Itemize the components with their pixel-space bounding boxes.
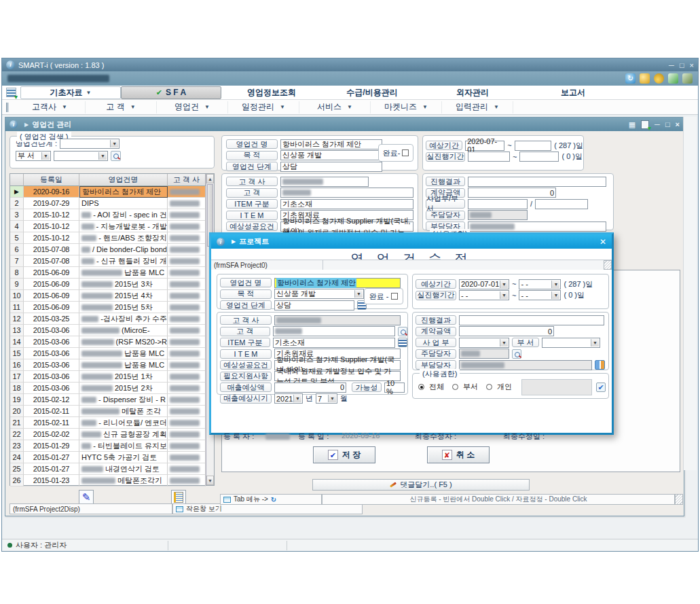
dialog-resize-grip[interactable]	[604, 260, 612, 270]
contact-search-icon[interactable]	[398, 327, 407, 336]
table-row[interactable]: 32015-10-12- AOI 장비 - spec in 건	[10, 209, 206, 221]
table-row[interactable]: 102015-06-092015년 4차	[10, 290, 206, 302]
menu-item-7[interactable]: 입력관리▼	[442, 101, 513, 113]
table-row[interactable]: 182015-03-062015년 2차	[10, 383, 206, 394]
dlg-month-select[interactable]: 7	[316, 393, 337, 404]
dlg-actual-to[interactable]: - -	[519, 290, 561, 300]
cancel-button[interactable]: ✘취 소	[427, 446, 490, 463]
scroll-down-icon[interactable]: ▼	[206, 476, 214, 485]
module-grid-icon[interactable]	[6, 88, 16, 97]
table-row[interactable]: 72015-07-08- 신규 핸들러 장비 개	[10, 255, 206, 267]
manager-field[interactable]	[468, 210, 528, 220]
division-field[interactable]	[468, 199, 528, 209]
table-row[interactable]: 52015-10-12- 핸드/ABS 조향장치	[10, 232, 206, 244]
item-class-picker-icon[interactable]	[398, 338, 407, 347]
dlg-possibility-field[interactable]: 10 %	[384, 383, 405, 393]
grid-view-icon[interactable]: ▦	[629, 120, 635, 129]
item-class-field[interactable]: 기초소재	[280, 199, 413, 209]
table-row[interactable]: 232015-01-29- 터빈블레이드 유지보	[10, 440, 206, 452]
menu-item-1[interactable]: 고객사▼	[14, 101, 86, 113]
permission-radio-부서[interactable]	[452, 384, 458, 390]
minimize-icon[interactable]: ─	[669, 61, 674, 69]
dlg-period-from[interactable]: 2020-07-01	[459, 279, 509, 289]
inner-minimize-icon[interactable]: ─	[655, 120, 660, 128]
search-button[interactable]	[111, 151, 121, 161]
complete-checkbox[interactable]	[402, 149, 409, 156]
period-to-field[interactable]	[515, 141, 551, 151]
dlg-case-name-field[interactable]: 항바이러스 첨가제 제안	[274, 278, 401, 288]
dlg-sales-field[interactable]: 0	[274, 383, 346, 393]
table-row[interactable]: 172015-03-062015년 1차	[10, 371, 206, 383]
maximize-icon[interactable]: □	[680, 61, 684, 69]
manager-search-icon[interactable]	[512, 349, 521, 359]
table-row[interactable]: 152015-03-06납품용 MLC	[10, 348, 206, 359]
top-tab-5[interactable]: 외자관리	[422, 86, 523, 99]
dlg-dept-select[interactable]	[542, 338, 600, 348]
table-row[interactable]: 222015-02-02신규 금형공장 계획	[10, 429, 206, 440]
dlg-purpose-select[interactable]: 신상품 개발	[274, 289, 364, 299]
result-field[interactable]	[468, 177, 606, 187]
top-tab-3[interactable]: 영업정보조회	[221, 86, 322, 99]
table-row[interactable]: 42015-10-12- 지능개발로봇 - 개발	[10, 221, 206, 232]
table-row[interactable]: 142015-03-06(RSF MS20->R	[10, 336, 206, 348]
table-row[interactable]: 212015-02-11- 리니어모듈/ 엔코더	[10, 417, 206, 429]
people-picker-icon[interactable]	[595, 360, 605, 370]
dlg-manager-field[interactable]	[459, 349, 509, 359]
dept-field[interactable]	[535, 199, 588, 209]
column-header-1[interactable]: 등록일	[24, 174, 79, 186]
key-icon[interactable]	[640, 73, 650, 84]
dlg-year-select[interactable]: 2021	[274, 393, 303, 404]
table-row[interactable]: 92015-06-092015년 3차	[10, 279, 206, 290]
top-tab-4[interactable]: 수급/비용관리	[322, 86, 422, 99]
case-name-field[interactable]: 항바이러스 첨가제 제안	[280, 139, 382, 149]
table-row[interactable]: 132015-03-06(MicroE-	[10, 325, 206, 336]
period-from-field[interactable]: 2020-07-01	[465, 141, 504, 151]
table-row[interactable]: 22019-07-29DIPS	[10, 198, 206, 209]
tab-menu-cell[interactable]: Tab 메뉴 -> ↻	[220, 494, 322, 505]
amount-field[interactable]: 0	[468, 188, 556, 198]
table-row[interactable]: 242015-01-27HYTC 5축 가공기 검토	[10, 452, 206, 463]
menu-item-3[interactable]: 영업건▼	[157, 101, 228, 113]
top-tab-1[interactable]: 기초자료▼	[20, 86, 121, 99]
top-tab-2[interactable]: ✔S F A	[121, 86, 221, 99]
close-icon[interactable]: ×	[690, 61, 694, 69]
purpose-field[interactable]: 신상품 개발	[280, 150, 382, 160]
dlg-complete-checkbox[interactable]	[391, 293, 398, 300]
comment-button[interactable]: 댓글달기..( F5 )	[312, 479, 530, 491]
dlg-item-class-field[interactable]: 기초소재	[273, 338, 396, 348]
tools-icon[interactable]	[668, 73, 678, 84]
table-row[interactable]: 82015-06-09납품용 MLC	[10, 267, 206, 279]
top-tab-6[interactable]: 보고서	[523, 86, 623, 99]
table-row[interactable]: 192015-02-12- Dispenser 장비 - R	[10, 394, 206, 406]
menu-item-2[interactable]: 고 객▼	[86, 101, 157, 113]
scroll-up-icon[interactable]: ▲	[206, 174, 214, 183]
customer-field[interactable]	[280, 177, 369, 187]
menu-item-4[interactable]: 일정관리▼	[228, 101, 299, 113]
coins-icon[interactable]	[654, 73, 664, 84]
save-button[interactable]: ✔저 장	[313, 446, 375, 463]
dlg-sub-manager-field[interactable]	[459, 360, 592, 370]
menu-item-5[interactable]: 서비스▼	[299, 101, 371, 113]
table-row[interactable]: ▶2020-09-16항바이러스 첨가제 제안	[10, 186, 206, 198]
dialog-close-icon[interactable]: ✕	[600, 237, 606, 247]
refresh-small-icon[interactable]: ↻	[271, 496, 276, 503]
sub-manager-field[interactable]	[468, 221, 606, 232]
dlg-actual-from[interactable]: - -	[459, 290, 509, 300]
resize-grip[interactable]	[675, 494, 683, 505]
table-row[interactable]: 252015-01-27내경연삭기 검토	[10, 463, 206, 475]
dlg-support-field[interactable]: 국내외 원재료 개발정보 입수 및 가능성 검토 및 분석	[274, 371, 401, 381]
dlg-contact-field[interactable]	[273, 326, 396, 336]
table-row[interactable]: 202015-02-11메탈폰 조각	[10, 406, 206, 417]
table-row[interactable]: 112015-06-092015년 5차	[10, 302, 206, 313]
actual-from-field[interactable]	[468, 152, 510, 162]
inner-maximize-icon[interactable]: □	[665, 120, 670, 128]
dlg-result-field[interactable]	[459, 315, 604, 325]
permission-radio-전체[interactable]	[418, 384, 424, 390]
menu-item-6[interactable]: 마켓니즈▼	[371, 101, 442, 113]
stage-field[interactable]: 상담	[280, 162, 382, 172]
export-icon[interactable]	[641, 120, 649, 129]
stage-select[interactable]	[60, 139, 119, 149]
contact-field[interactable]	[280, 188, 413, 198]
column-header-2[interactable]: 영업건명	[79, 174, 168, 186]
refresh-icon[interactable]: ↻	[625, 73, 635, 84]
